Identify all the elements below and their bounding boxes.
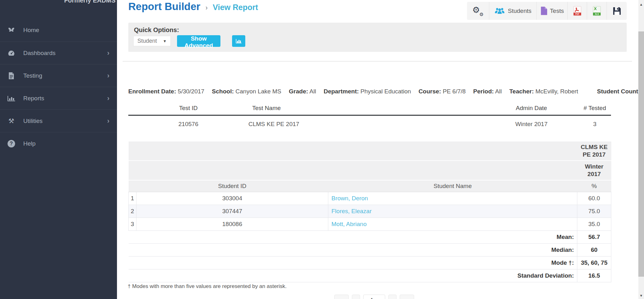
sidebar-item-dashboards[interactable]: Dashboards › bbox=[0, 42, 117, 64]
breadcrumb-current: View Report bbox=[213, 3, 258, 12]
stat-row-std-dev: Standard Deviation: 16.5 bbox=[129, 269, 611, 282]
stat-value: 56.7 bbox=[577, 230, 611, 243]
info-teacher: Teacher: McEvilly, Robert bbox=[509, 88, 578, 95]
scroll-up-icon[interactable]: ▲ bbox=[638, 3, 644, 6]
info-student-count: Student Count: 227 bbox=[597, 88, 644, 95]
tools-icon: ⚒ bbox=[6, 117, 17, 125]
sidebar-item-label: Reports bbox=[23, 95, 44, 102]
export-pdf-button[interactable]: PDF bbox=[567, 2, 587, 20]
results-term-header: Winter 2017 bbox=[577, 161, 611, 180]
stat-value: 35, 60, 75 bbox=[577, 256, 611, 269]
stat-row-mode: Mode †: 35, 60, 75 bbox=[129, 256, 611, 269]
sidebar-item-home[interactable]: Home bbox=[0, 19, 117, 42]
sidebar-item-label: Help bbox=[23, 140, 36, 147]
table-row: 2 307447 Flores, Eleazar 75.0 bbox=[129, 205, 611, 218]
last-page-button[interactable]: » bbox=[400, 295, 414, 299]
brand-tagline: Formerly EADMS bbox=[64, 0, 115, 4]
help-icon: ? bbox=[6, 140, 17, 147]
pdf-file-icon: PDF bbox=[573, 6, 582, 16]
info-department: Department: Physical Education bbox=[324, 88, 411, 95]
page-title: Report Builder bbox=[128, 1, 200, 13]
col-header-admin-date: Admin Date bbox=[484, 102, 579, 115]
sidebar-nav: Home Dashboards › Testing › Reports › ⚒ bbox=[0, 19, 117, 155]
caret-down-icon: ▾ bbox=[376, 298, 378, 299]
col-header-test-id: Test ID bbox=[128, 102, 248, 115]
student-name-link[interactable]: Flores, Eleazar bbox=[328, 205, 577, 218]
stat-label: Standard Deviation: bbox=[129, 269, 577, 282]
results-table: CLMS KE PE 2017 Winter 2017 Student ID S… bbox=[128, 141, 611, 282]
report-type-select-value: Student bbox=[137, 38, 157, 44]
table-row: 3 180086 Mott, Abriano 35.0 bbox=[129, 218, 611, 230]
tests-table: Test ID Test Name Admin Date # Tested 21… bbox=[128, 102, 611, 131]
svg-text:PDF: PDF bbox=[575, 13, 579, 15]
sidebar-item-reports[interactable]: Reports › bbox=[0, 87, 117, 109]
chevron-right-icon: › bbox=[107, 49, 109, 57]
quick-options-label: Quick Options: bbox=[134, 26, 179, 34]
tests-button-label: Tests bbox=[550, 8, 564, 14]
student-name-link[interactable]: Brown, Deron bbox=[328, 192, 577, 205]
col-header-num-tested: # Tested bbox=[579, 102, 611, 115]
col-header-student-name: Student Name bbox=[328, 180, 577, 192]
info-grade: Grade: All bbox=[289, 88, 316, 95]
section-divider bbox=[123, 61, 632, 62]
chart-view-button[interactable] bbox=[232, 35, 245, 47]
purple-file-icon bbox=[540, 7, 547, 15]
col-header-percent: % bbox=[577, 180, 611, 192]
row-number: 3 bbox=[129, 218, 136, 230]
test-id-value: 210576 bbox=[128, 116, 248, 131]
scrollbar-thumb[interactable] bbox=[638, 31, 644, 277]
svg-text:X: X bbox=[594, 6, 597, 11]
sidebar-item-utilities[interactable]: ⚒ Utilities › bbox=[0, 109, 117, 132]
sidebar-item-label: Testing bbox=[23, 72, 42, 79]
sidebar-item-testing[interactable]: Testing › bbox=[0, 64, 117, 87]
chart-icon bbox=[235, 38, 242, 44]
row-number: 1 bbox=[129, 192, 136, 205]
settings-button[interactable]: ⚙ ⚙ bbox=[467, 2, 489, 20]
table-row: 1 303004 Brown, Deron 60.0 bbox=[129, 192, 611, 205]
first-page-button[interactable]: « bbox=[334, 295, 349, 299]
excel-file-icon: X XLS bbox=[592, 6, 602, 16]
stat-value: 60 bbox=[577, 243, 611, 256]
student-name-link[interactable]: Mott, Abriano bbox=[328, 218, 577, 230]
num-tested-value: 3 bbox=[579, 116, 611, 131]
bar-chart-icon bbox=[6, 95, 17, 102]
save-button[interactable] bbox=[607, 2, 627, 20]
toolbar: ⚙ ⚙ Students Tests PDF X bbox=[467, 2, 627, 20]
breadcrumb-separator-icon: › bbox=[205, 4, 208, 12]
info-school: School: Canyon Lake MS bbox=[212, 88, 281, 95]
test-file-icon bbox=[6, 72, 17, 80]
breadcrumb: Report Builder › View Report bbox=[128, 1, 258, 13]
quick-options-panel: Quick Options: Student ▼ Show Advanced bbox=[128, 23, 627, 52]
col-header-test-name: Test Name bbox=[248, 102, 484, 115]
prev-page-button[interactable]: ‹ bbox=[352, 295, 360, 299]
sidebar-item-label: Utilities bbox=[23, 118, 42, 125]
show-advanced-button[interactable]: Show Advanced bbox=[177, 35, 220, 47]
scroll-down-icon[interactable]: ▼ bbox=[638, 294, 644, 297]
sidebar-item-label: Home bbox=[23, 27, 39, 34]
info-course: Course: PE 6/7/8 bbox=[419, 88, 466, 95]
sidebar: Formerly EADMS Home Dashboards › Testing… bbox=[0, 0, 117, 299]
stat-value: 16.5 bbox=[577, 269, 611, 282]
chevron-right-icon: › bbox=[107, 72, 109, 80]
export-excel-button[interactable]: X XLS bbox=[587, 2, 607, 20]
students-button[interactable]: Students bbox=[489, 2, 536, 20]
stat-label: Median: bbox=[129, 243, 577, 256]
student-id: 307447 bbox=[136, 205, 328, 218]
tests-button[interactable]: Tests bbox=[536, 2, 567, 20]
sidebar-item-help[interactable]: ? Help bbox=[0, 132, 117, 155]
results-term-header-row: Winter 2017 bbox=[129, 161, 611, 180]
student-id: 303004 bbox=[136, 192, 328, 205]
vertical-scrollbar[interactable]: ▲ ▼ bbox=[638, 0, 644, 299]
percent-value: 60.0 bbox=[577, 192, 611, 205]
next-page-button[interactable]: › bbox=[388, 295, 397, 299]
chevron-right-icon: › bbox=[107, 117, 109, 125]
dropdown-arrow-icon: ▼ bbox=[163, 39, 167, 43]
student-id: 180086 bbox=[136, 218, 328, 230]
report-type-select[interactable]: Student ▼ bbox=[133, 36, 171, 46]
percent-value: 75.0 bbox=[577, 205, 611, 218]
col-header-student-id: Student ID bbox=[136, 180, 328, 192]
page-number-input[interactable]: 1 ▾ bbox=[363, 295, 385, 299]
stat-row-mean: Mean: 56.7 bbox=[129, 230, 611, 243]
gears-icon: ⚙ ⚙ bbox=[472, 6, 484, 16]
results-test-header: CLMS KE PE 2017 bbox=[577, 141, 611, 161]
